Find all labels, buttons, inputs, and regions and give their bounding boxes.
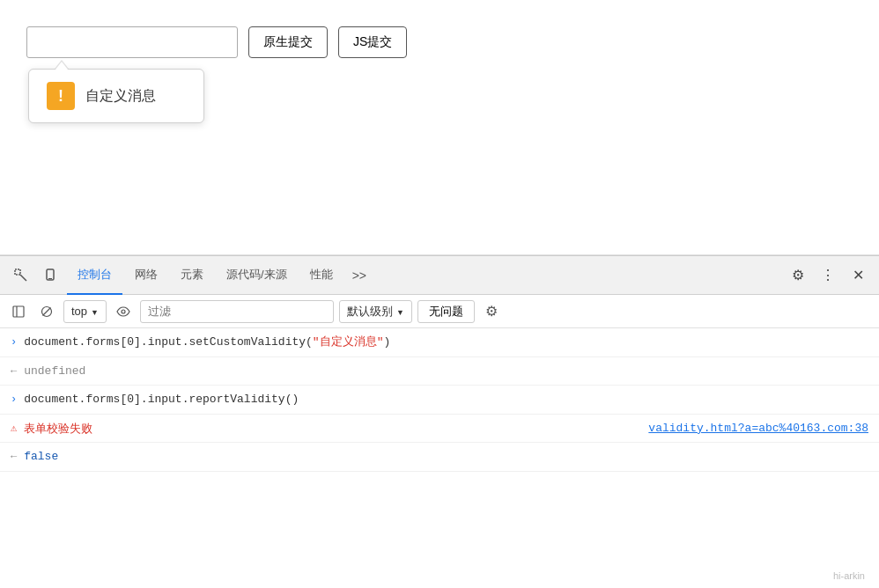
- svg-point-8: [122, 310, 125, 313]
- close-icon: [853, 267, 864, 283]
- tooltip-arrow: [55, 60, 69, 69]
- eye-button[interactable]: [112, 300, 135, 323]
- settings-icon-button[interactable]: [784, 261, 812, 290]
- error-indicator-4: ⚠: [11, 421, 17, 437]
- console-row-1: › document.forms[0].input.setCustomValid…: [0, 328, 879, 357]
- devtools-panel: 控制台 网络 元素 源代码/来源 性能 >>: [0, 255, 879, 588]
- code-text-after-1: ): [383, 335, 390, 349]
- error-message-4: 表单校验失败: [24, 420, 92, 437]
- console-settings-button[interactable]: [480, 300, 503, 323]
- svg-line-1: [20, 275, 26, 281]
- devtools-tab-bar: 控制台 网络 元素 源代码/来源 性能 >>: [0, 256, 879, 295]
- tooltip-message: 自定义消息: [85, 87, 156, 106]
- log-level-selector[interactable]: 默认级别: [339, 300, 412, 323]
- chevron-down-icon: [91, 305, 99, 318]
- tooltip-box: ! 自定义消息: [28, 69, 204, 123]
- validation-tooltip: ! 自定义消息: [28, 60, 204, 123]
- svg-rect-4: [13, 306, 24, 317]
- output-arrow-5: ←: [11, 449, 17, 465]
- console-text-1: document.forms[0].input.setCustomValidit…: [24, 334, 868, 351]
- gear-icon: [792, 267, 804, 283]
- error-link-4[interactable]: validity.html?a=abc%40163.com:38: [648, 420, 868, 437]
- console-gear-icon: [485, 303, 498, 320]
- sidebar-toggle-button[interactable]: [7, 300, 30, 323]
- browser-content-area: 原生提交 JS提交 ! 自定义消息: [0, 0, 879, 255]
- tab-sources[interactable]: 源代码/来源: [216, 256, 298, 295]
- native-submit-button[interactable]: 原生提交: [248, 26, 328, 58]
- inspect-icon-button[interactable]: [7, 261, 35, 290]
- code-text-before-1: document.forms[0].input.setCustomValidit…: [24, 335, 313, 349]
- form-area: 原生提交 JS提交: [26, 18, 853, 58]
- inspect-icon: [14, 268, 28, 283]
- form-input[interactable]: [26, 26, 238, 58]
- tab-network[interactable]: 网络: [124, 256, 168, 295]
- clear-icon: [41, 305, 53, 318]
- eye-icon: [116, 306, 130, 317]
- input-arrow-3: ›: [11, 392, 17, 408]
- console-row-2: ← undefined: [0, 357, 879, 386]
- clear-console-button[interactable]: [35, 300, 58, 323]
- sidebar-icon: [12, 305, 25, 318]
- more-options-button[interactable]: [814, 261, 842, 290]
- console-text-3: document.forms[0].input.reportValidity(): [24, 391, 868, 408]
- warning-icon: !: [47, 82, 75, 110]
- tab-elements[interactable]: 元素: [170, 256, 214, 295]
- close-devtools-button[interactable]: [844, 261, 872, 290]
- no-issues-button[interactable]: 无问题: [417, 300, 475, 323]
- filter-input[interactable]: [140, 300, 334, 323]
- more-icon: [821, 267, 835, 283]
- svg-line-7: [43, 307, 51, 315]
- svg-rect-0: [15, 269, 20, 275]
- tab-more-button[interactable]: >>: [345, 256, 373, 295]
- context-label: top: [71, 305, 87, 318]
- output-arrow-2: ←: [11, 364, 17, 379]
- console-undefined-2: undefined: [24, 363, 868, 380]
- svg-rect-3: [48, 278, 52, 279]
- console-toolbar: top 默认级别 无问题: [0, 295, 879, 328]
- console-false-5: false: [24, 448, 868, 466]
- console-output: › document.forms[0].input.setCustomValid…: [0, 328, 879, 586]
- context-selector[interactable]: top: [63, 300, 107, 323]
- tab-performance[interactable]: 性能: [299, 256, 343, 295]
- console-row-4: ⚠ 表单校验失败 validity.html?a=abc%40163.com:3…: [0, 415, 879, 444]
- tooltip-arrow-inner: [55, 62, 68, 70]
- device-icon: [44, 268, 58, 283]
- level-label: 默认级别: [347, 304, 393, 320]
- js-submit-button[interactable]: JS提交: [338, 26, 407, 58]
- watermark: hi-arkin: [833, 570, 865, 581]
- code-string-1: "自定义消息": [313, 335, 384, 349]
- device-icon-button[interactable]: [37, 261, 65, 290]
- console-row-3: › document.forms[0].input.reportValidity…: [0, 386, 879, 415]
- console-row-5: ← false: [0, 443, 879, 472]
- tab-console[interactable]: 控制台: [67, 256, 122, 295]
- level-chevron-icon: [396, 305, 404, 318]
- input-arrow-1: ›: [11, 334, 17, 350]
